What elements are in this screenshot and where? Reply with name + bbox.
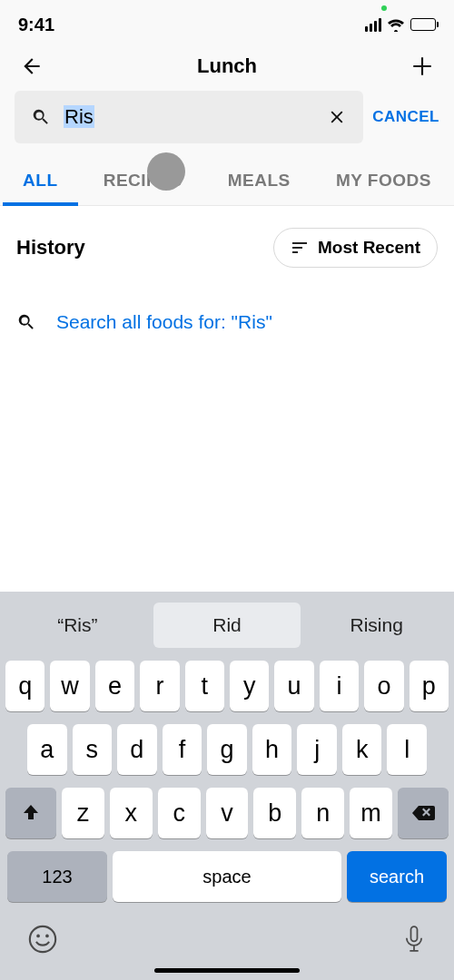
tabs: ALL RECIPES MEALS MY FOODS [0, 152, 454, 206]
suggestion-1[interactable]: “Ris” [4, 599, 152, 652]
sort-icon [291, 240, 309, 255]
suggestion-bar: “Ris” Rid Rising [4, 599, 450, 652]
key-a[interactable]: a [27, 724, 67, 775]
key-x[interactable]: x [110, 788, 153, 838]
search-box[interactable]: Ris [15, 91, 363, 143]
recording-indicator-dot [381, 5, 387, 11]
key-s[interactable]: s [73, 724, 113, 775]
search-icon [31, 107, 51, 127]
key-h[interactable]: h [252, 724, 292, 775]
key-b[interactable]: b [253, 788, 296, 838]
key-u[interactable]: u [274, 661, 313, 711]
key-rows: q w e r t y u i o p a s d f g h j k l z [4, 652, 450, 902]
key-r[interactable]: r [140, 661, 179, 711]
clear-icon[interactable] [327, 107, 347, 127]
svg-point-0 [30, 926, 55, 952]
key-e[interactable]: e [95, 661, 134, 711]
history-row: History Most Recent [16, 228, 438, 268]
search-key[interactable]: search [347, 851, 447, 902]
suggestion-3[interactable]: Rising [302, 599, 450, 652]
battery-icon [410, 18, 436, 31]
sort-label: Most Recent [318, 238, 420, 258]
search-icon [16, 312, 36, 332]
key-f[interactable]: f [163, 724, 202, 775]
key-row-3: z x c v b n m [5, 788, 449, 838]
key-m[interactable]: m [350, 788, 392, 838]
cancel-button[interactable]: CANCEL [372, 108, 439, 126]
key-q[interactable]: q [5, 661, 44, 711]
touch-indicator [147, 152, 185, 191]
back-icon[interactable] [20, 54, 44, 78]
key-j[interactable]: j [297, 724, 337, 775]
add-icon[interactable] [410, 54, 434, 78]
key-o[interactable]: o [364, 661, 403, 711]
space-key[interactable]: space [113, 851, 341, 902]
search-input[interactable]: Ris [64, 105, 314, 129]
backspace-icon [410, 803, 436, 823]
key-w[interactable]: w [50, 661, 89, 711]
search-all-row[interactable]: Search all foods for: "Ris" [16, 311, 438, 333]
key-y[interactable]: y [230, 661, 269, 711]
page-title: Lunch [197, 54, 257, 78]
key-c[interactable]: c [158, 788, 201, 838]
key-z[interactable]: z [62, 788, 104, 838]
sort-chip[interactable]: Most Recent [273, 228, 438, 268]
key-row-2: a s d f g h j k l [5, 724, 449, 775]
svg-rect-3 [411, 926, 418, 941]
key-t[interactable]: t [185, 661, 224, 711]
tab-my-foods[interactable]: MY FOODS [325, 165, 442, 205]
numbers-key[interactable]: 123 [7, 851, 107, 902]
svg-point-2 [45, 935, 49, 938]
nav-bar: Lunch [0, 45, 454, 91]
key-i[interactable]: i [320, 661, 359, 711]
mic-icon[interactable] [401, 924, 427, 955]
status-bar: 9:41 [0, 0, 454, 45]
tab-all[interactable]: ALL [12, 165, 68, 205]
cellular-icon [365, 18, 381, 32]
search-row: Ris CANCEL [0, 91, 454, 152]
svg-point-1 [36, 935, 40, 938]
key-row-bottom: 123 space search [5, 851, 449, 902]
key-row-1: q w e r t y u i o p [5, 661, 449, 711]
suggestion-2[interactable]: Rid [153, 603, 301, 648]
key-k[interactable]: k [342, 724, 382, 775]
status-right [365, 18, 436, 32]
home-indicator[interactable] [154, 968, 300, 973]
shift-icon [20, 802, 42, 824]
key-v[interactable]: v [206, 788, 249, 838]
key-n[interactable]: n [301, 788, 344, 838]
key-g[interactable]: g [207, 724, 247, 775]
backspace-key[interactable] [398, 788, 449, 838]
key-p[interactable]: p [410, 661, 449, 711]
wifi-icon [387, 18, 405, 32]
tab-meals[interactable]: MEALS [217, 165, 301, 205]
status-time: 9:41 [18, 15, 54, 35]
keyboard: “Ris” Rid Rising q w e r t y u i o p a s… [0, 592, 454, 980]
key-l[interactable]: l [387, 724, 427, 775]
shift-key[interactable] [5, 788, 56, 838]
key-d[interactable]: d [117, 724, 157, 775]
history-title: History [16, 236, 85, 260]
search-all-label: Search all foods for: "Ris" [56, 311, 272, 333]
emoji-icon[interactable] [27, 924, 58, 955]
